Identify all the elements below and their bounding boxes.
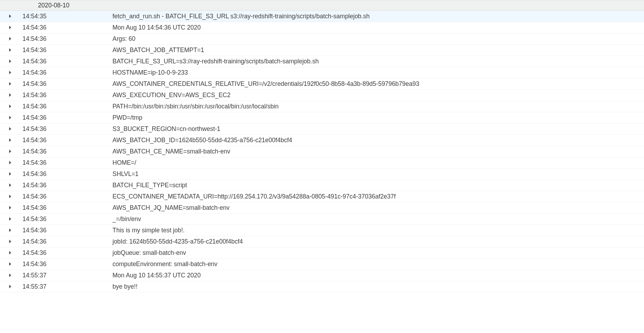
expand-toggle[interactable] bbox=[0, 214, 15, 225]
log-timestamp: 14:55:37 bbox=[15, 270, 112, 281]
log-timestamp: 14:54:36 bbox=[15, 124, 112, 135]
log-row[interactable]: 14:54:36Args: 60 bbox=[0, 33, 644, 45]
expand-toggle[interactable] bbox=[0, 101, 15, 112]
log-row[interactable]: 14:54:36HOSTNAME=ip-10-0-9-233 bbox=[0, 67, 644, 78]
log-timestamp: 14:54:36 bbox=[15, 45, 112, 56]
chevron-right-icon bbox=[9, 150, 11, 153]
date-header-row: 2020-08-10 bbox=[0, 0, 644, 11]
chevron-right-icon bbox=[9, 183, 11, 187]
log-row[interactable]: 14:55:37bye bye!! bbox=[0, 281, 644, 293]
chevron-right-icon bbox=[9, 161, 11, 164]
log-row[interactable]: 14:54:36jobQueue: small-batch-env bbox=[0, 247, 644, 259]
log-timestamp: 14:54:36 bbox=[15, 135, 112, 146]
chevron-right-icon bbox=[9, 172, 11, 176]
log-message: AWS_BATCH_JOB_ATTEMPT=1 bbox=[112, 45, 644, 56]
chevron-right-icon bbox=[9, 274, 11, 277]
log-timestamp: 14:54:36 bbox=[15, 146, 112, 157]
log-timestamp: 14:54:36 bbox=[15, 259, 112, 270]
log-timestamp: 14:54:36 bbox=[15, 157, 112, 169]
log-message: bye bye!! bbox=[112, 281, 644, 293]
log-row[interactable]: 14:54:36SHLVL=1 bbox=[0, 169, 644, 180]
log-message: jobQueue: small-batch-env bbox=[112, 247, 644, 259]
log-row[interactable]: 14:54:36AWS_CONTAINER_CREDENTIALS_RELATI… bbox=[0, 78, 644, 90]
chevron-right-icon bbox=[9, 228, 11, 232]
log-timestamp: 14:54:36 bbox=[15, 180, 112, 191]
chevron-right-icon bbox=[9, 82, 11, 86]
expand-toggle[interactable] bbox=[0, 124, 15, 135]
log-row[interactable]: 14:54:36S3_BUCKET_REGION=cn-northwest-1 bbox=[0, 124, 644, 135]
log-timestamp: 14:54:36 bbox=[15, 169, 112, 180]
log-message: Args: 60 bbox=[112, 33, 644, 45]
expand-toggle[interactable] bbox=[0, 236, 15, 247]
expand-toggle[interactable] bbox=[0, 78, 15, 90]
date-header-text: 2020-08-10 bbox=[15, 0, 644, 11]
expand-toggle[interactable] bbox=[0, 33, 15, 45]
expand-toggle[interactable] bbox=[0, 146, 15, 157]
expand-toggle[interactable] bbox=[0, 281, 15, 293]
expand-toggle[interactable] bbox=[0, 157, 15, 169]
log-message: AWS_EXECUTION_ENV=AWS_ECS_EC2 bbox=[112, 90, 644, 101]
chevron-right-icon bbox=[9, 37, 11, 40]
log-message: AWS_BATCH_JQ_NAME=small-batch-env bbox=[112, 202, 644, 214]
expand-toggle[interactable] bbox=[0, 270, 15, 281]
chevron-right-icon bbox=[9, 206, 11, 209]
expand-toggle[interactable] bbox=[0, 56, 15, 67]
log-timestamp: 14:54:36 bbox=[15, 236, 112, 247]
log-row[interactable]: 14:54:36BATCH_FILE_TYPE=script bbox=[0, 180, 644, 191]
log-message: PATH=/bin:/usr/bin:/sbin:/usr/sbin:/usr/… bbox=[112, 101, 644, 112]
log-row[interactable]: 14:54:36AWS_BATCH_CE_NAME=small-batch-en… bbox=[0, 146, 644, 157]
log-message: SHLVL=1 bbox=[112, 169, 644, 180]
log-message: BATCH_FILE_S3_URL=s3://ray-redshift-trai… bbox=[112, 56, 644, 67]
log-message: _=/bin/env bbox=[112, 214, 644, 225]
log-message: S3_BUCKET_REGION=cn-northwest-1 bbox=[112, 124, 644, 135]
log-timestamp: 14:54:36 bbox=[15, 90, 112, 101]
log-row[interactable]: 14:54:36This is my simple test job!. bbox=[0, 225, 644, 236]
expand-toggle[interactable] bbox=[0, 259, 15, 270]
expand-toggle[interactable] bbox=[0, 202, 15, 214]
chevron-right-icon bbox=[9, 195, 11, 198]
log-row[interactable]: 14:54:36ECS_CONTAINER_METADATA_URI=http:… bbox=[0, 191, 644, 202]
expand-toggle[interactable] bbox=[0, 11, 15, 22]
log-row[interactable]: 14:54:35fetch_and_run.sh - BATCH_FILE_S3… bbox=[0, 11, 644, 22]
log-row[interactable]: 14:54:36PATH=/bin:/usr/bin:/sbin:/usr/sb… bbox=[0, 101, 644, 112]
chevron-right-icon bbox=[9, 262, 11, 266]
expand-toggle[interactable] bbox=[0, 45, 15, 56]
expand-toggle[interactable] bbox=[0, 112, 15, 124]
log-row[interactable]: 14:54:36computeEnvironment: small-batch-… bbox=[0, 259, 644, 270]
log-message: HOME=/ bbox=[112, 157, 644, 169]
chevron-right-icon bbox=[9, 240, 11, 243]
log-row[interactable]: 14:54:36BATCH_FILE_S3_URL=s3://ray-redsh… bbox=[0, 56, 644, 67]
log-timestamp: 14:54:36 bbox=[15, 225, 112, 236]
chevron-right-icon bbox=[9, 14, 11, 18]
log-row[interactable]: 14:54:36_=/bin/env bbox=[0, 214, 644, 225]
log-message: HOSTNAME=ip-10-0-9-233 bbox=[112, 67, 644, 78]
expand-toggle[interactable] bbox=[0, 22, 15, 33]
log-row[interactable]: 14:54:36AWS_BATCH_JOB_ATTEMPT=1 bbox=[0, 45, 644, 56]
expand-toggle[interactable] bbox=[0, 225, 15, 236]
log-message: AWS_BATCH_CE_NAME=small-batch-env bbox=[112, 146, 644, 157]
log-row[interactable]: 14:54:36AWS_BATCH_JOB_ID=1624b550-55dd-4… bbox=[0, 135, 644, 146]
log-row[interactable]: 14:54:36PWD=/tmp bbox=[0, 112, 644, 124]
log-events-table: 2020-08-10 14:54:35fetch_and_run.sh - BA… bbox=[0, 0, 644, 293]
expand-toggle[interactable] bbox=[0, 191, 15, 202]
expand-toggle[interactable] bbox=[0, 247, 15, 259]
log-message: PWD=/tmp bbox=[112, 112, 644, 124]
log-timestamp: 14:54:36 bbox=[15, 191, 112, 202]
expand-toggle[interactable] bbox=[0, 180, 15, 191]
log-row[interactable]: 14:54:36jobId: 1624b550-55dd-4235-a756-c… bbox=[0, 236, 644, 247]
log-timestamp: 14:54:36 bbox=[15, 101, 112, 112]
log-timestamp: 14:54:36 bbox=[15, 78, 112, 90]
expand-toggle[interactable] bbox=[0, 67, 15, 78]
expand-toggle[interactable] bbox=[0, 90, 15, 101]
expand-toggle[interactable] bbox=[0, 169, 15, 180]
log-row[interactable]: 14:55:37Mon Aug 10 14:55:37 UTC 2020 bbox=[0, 270, 644, 281]
log-row[interactable]: 14:54:36Mon Aug 10 14:54:36 UTC 2020 bbox=[0, 22, 644, 33]
expand-toggle[interactable] bbox=[0, 135, 15, 146]
chevron-right-icon bbox=[9, 26, 11, 29]
log-row[interactable]: 14:54:36AWS_BATCH_JQ_NAME=small-batch-en… bbox=[0, 202, 644, 214]
log-timestamp: 14:54:36 bbox=[15, 56, 112, 67]
log-message: ECS_CONTAINER_METADATA_URI=http://169.25… bbox=[112, 191, 644, 202]
log-row[interactable]: 14:54:36HOME=/ bbox=[0, 157, 644, 169]
log-message: computeEnvironment: small-batch-env bbox=[112, 259, 644, 270]
log-row[interactable]: 14:54:36AWS_EXECUTION_ENV=AWS_ECS_EC2 bbox=[0, 90, 644, 101]
